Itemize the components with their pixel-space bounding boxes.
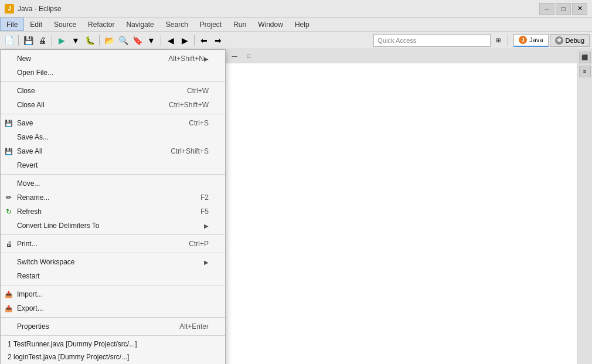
file-menu-section-6: Switch Workspace ▶ Restart: [1, 253, 225, 285]
menu-item-refactor[interactable]: Refactor: [82, 18, 120, 31]
export-icon: 📤: [4, 304, 13, 313]
file-close-all-shortcut: Ctrl+Shift+W: [169, 101, 209, 109]
file-revert-item[interactable]: Revert: [1, 158, 225, 172]
file-new-shortcut: Alt+Shift+N: [168, 55, 204, 63]
window-title: Java - Eclipse: [18, 5, 62, 13]
recent-file-2[interactable]: 2 loginTest.java [Dummy Project/src/...]: [1, 351, 225, 363]
file-save-as-item[interactable]: Save As...: [1, 130, 225, 144]
toolbar-sep-3: [99, 35, 100, 46]
bookmark-button[interactable]: 🔖: [131, 34, 144, 47]
prev-edit[interactable]: ⬅: [198, 34, 210, 47]
file-refresh-shortcut: F5: [200, 207, 209, 216]
file-properties-item[interactable]: Properties Alt+Enter: [1, 319, 225, 334]
menu-item-help[interactable]: Help: [289, 18, 315, 31]
title-controls[interactable]: ─ □ ✕: [539, 3, 587, 15]
editor-content: [226, 63, 577, 364]
file-properties-shortcut: Alt+Enter: [179, 322, 209, 331]
file-new-item[interactable]: New Alt+Shift+N ▶: [1, 52, 225, 66]
file-refresh-item[interactable]: ↻ Refresh F5: [1, 205, 225, 219]
file-close-shortcut: Ctrl+W: [187, 87, 209, 95]
file-rename-shortcut: F2: [200, 193, 209, 202]
save-all-icon: 💾: [4, 147, 13, 156]
browse-button[interactable]: 📂: [103, 34, 115, 47]
nav-fwd[interactable]: ▶: [178, 34, 191, 47]
file-print-item[interactable]: 🖨 Print... Ctrl+P: [1, 237, 225, 251]
menu-item-window[interactable]: Window: [252, 18, 289, 31]
editor-min[interactable]: —: [228, 50, 241, 63]
save-toolbar-button[interactable]: 💾: [22, 34, 35, 47]
menu-item-source[interactable]: Source: [48, 18, 82, 31]
main-area: New Alt+Shift+N ▶ Open File... Close Ctr…: [0, 49, 592, 364]
side-panel: ⬛ ≡: [577, 49, 592, 364]
menu-item-edit[interactable]: Edit: [24, 18, 48, 31]
recent-file-2-label: 2 loginTest.java [Dummy Project/src/...]: [8, 353, 129, 361]
file-convert-item[interactable]: Convert Line Delimiters To ▶: [1, 219, 225, 233]
debug-perspective-icon: ✻: [555, 36, 563, 45]
file-save-shortcut: Ctrl+S: [189, 119, 209, 127]
file-convert-label: Convert Line Delimiters To: [17, 222, 204, 230]
file-print-label: Print...: [17, 240, 177, 248]
file-import-label: Import...: [17, 290, 209, 298]
editor-max[interactable]: □: [242, 50, 255, 63]
toolbar: 📄 💾 🖨 ▶ ▼ 🐛 📂 🔍 🔖 ▼ ◀ ▶ ⬅ ➡ Quick Access…: [0, 32, 592, 49]
file-move-label: Move...: [17, 179, 209, 188]
file-close-label: Close: [17, 87, 175, 95]
save-icon: 💾: [4, 118, 13, 128]
bookmark-dropdown[interactable]: ▼: [145, 34, 158, 47]
menu-item-search[interactable]: Search: [160, 18, 194, 31]
file-open-item[interactable]: Open File...: [1, 66, 225, 80]
file-menu-section-1: New Alt+Shift+N ▶ Open File...: [1, 50, 225, 82]
file-switch-workspace-label: Switch Workspace: [17, 258, 204, 266]
file-menu-section-4: Move... ✏ Rename... F2 ↻ Refresh F5 Conv…: [1, 175, 225, 235]
run-button[interactable]: ▶: [55, 34, 68, 47]
file-import-item[interactable]: 📥 Import...: [1, 287, 225, 301]
title-bar-left: J Java - Eclipse: [5, 4, 62, 13]
menu-item-run[interactable]: Run: [227, 18, 252, 31]
file-restart-item[interactable]: Restart: [1, 269, 225, 283]
file-dropdown-menu: New Alt+Shift+N ▶ Open File... Close Ctr…: [0, 49, 226, 364]
close-button[interactable]: ✕: [572, 3, 587, 15]
debug-button[interactable]: 🐛: [83, 34, 96, 47]
menu-item-file[interactable]: File: [0, 18, 24, 31]
file-save-label: Save: [17, 119, 177, 127]
maximize-button[interactable]: □: [556, 3, 571, 15]
app-icon: J: [5, 4, 14, 13]
toolbar-sep-5: [194, 35, 195, 46]
menu-item-navigate[interactable]: Navigate: [120, 18, 159, 31]
file-refresh-label: Refresh: [17, 207, 189, 216]
file-print-shortcut: Ctrl+P: [189, 240, 209, 248]
file-close-item[interactable]: Close Ctrl+W: [1, 84, 225, 98]
import-icon: 📥: [4, 290, 13, 299]
file-rename-item[interactable]: ✏ Rename... F2: [1, 190, 225, 205]
file-switch-workspace-item[interactable]: Switch Workspace ▶: [1, 255, 225, 269]
open-perspectives[interactable]: ⊞: [492, 34, 505, 47]
side-btn-1[interactable]: ⬛: [579, 52, 591, 63]
minimize-button[interactable]: ─: [539, 3, 554, 15]
quick-access-field[interactable]: Quick Access: [373, 34, 491, 47]
file-close-all-label: Close All: [17, 101, 157, 109]
menu-item-project[interactable]: Project: [194, 18, 227, 31]
next-edit[interactable]: ➡: [212, 34, 224, 47]
perspective-java[interactable]: J Java: [513, 34, 548, 47]
file-move-item[interactable]: Move...: [1, 176, 225, 190]
file-save-all-item[interactable]: 💾 Save All Ctrl+Shift+S: [1, 144, 225, 158]
recent-file-1[interactable]: 1 TestRunner.java [Dummy Project/src/...…: [1, 338, 225, 351]
file-save-all-label: Save All: [17, 147, 159, 155]
search-toolbar-button[interactable]: 🔍: [117, 34, 130, 47]
toolbar-sep-6: [508, 35, 508, 46]
file-rename-label: Rename...: [17, 193, 189, 202]
side-btn-2[interactable]: ≡: [579, 66, 591, 77]
run-dropdown[interactable]: ▼: [69, 34, 82, 47]
file-save-item[interactable]: 💾 Save Ctrl+S: [1, 116, 225, 130]
file-export-item[interactable]: 📤 Export...: [1, 301, 225, 315]
print-toolbar-button[interactable]: 🖨: [36, 34, 49, 47]
file-close-all-item[interactable]: Close All Ctrl+Shift+W: [1, 98, 225, 112]
file-open-label: Open File...: [17, 69, 209, 77]
file-menu-section-7: 📥 Import... 📤 Export...: [1, 285, 225, 318]
new-button[interactable]: 📄: [2, 34, 15, 47]
nav-back[interactable]: ◀: [164, 34, 177, 47]
perspective-debug[interactable]: ✻ Debug: [550, 34, 590, 47]
toolbar-sep-4: [161, 35, 161, 46]
switch-workspace-arrow: ▶: [204, 259, 209, 266]
java-perspective-icon: J: [519, 36, 527, 44]
